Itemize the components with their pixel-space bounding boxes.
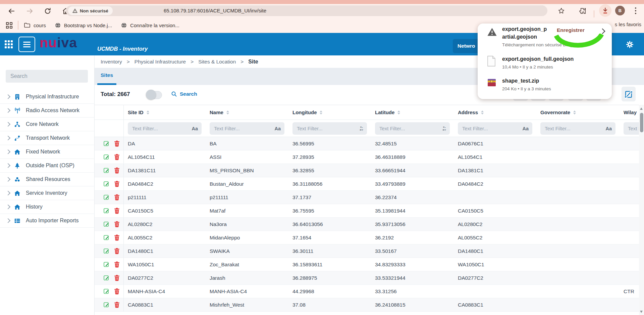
sort-icon[interactable] [226, 110, 229, 115]
table-row[interactable]: p211111p21111137.173736.22374 [95, 191, 639, 204]
breadcrumb-item[interactable]: Physical Infrastructure [135, 59, 186, 65]
sidebar-item-radio-access-network[interactable]: Radio Access Network [0, 104, 95, 118]
bookmark-bootstrap[interactable]: Bootstrap vs Node.j... [55, 22, 112, 29]
breadcrumb-item[interactable]: Inventory [101, 59, 122, 65]
bookmark-cours[interactable]: cours [24, 22, 46, 28]
filter-toggle[interactable] [147, 91, 162, 99]
trash-icon[interactable] [114, 181, 120, 187]
url-bar[interactable]: Non sécurisé 65.108.79.187:6016/ACE_UCMD… [66, 5, 547, 16]
edit-icon[interactable] [103, 140, 110, 147]
edit-icon[interactable] [103, 167, 110, 174]
trash-icon[interactable] [114, 140, 120, 147]
edit-icon[interactable] [103, 208, 110, 214]
trash-icon[interactable] [114, 167, 120, 174]
sidebar-item-outside-plant-osp-[interactable]: Outside Plant (OSP) [0, 159, 95, 173]
filter-input-address[interactable]: Aa [458, 122, 532, 135]
edit-icon[interactable] [103, 248, 110, 254]
browser-menu-icon[interactable] [635, 7, 636, 15]
table-row[interactable]: AL0055C2MidanAleppo37.165436.2192AL0055C… [95, 231, 639, 244]
scrollbar-thumb[interactable] [640, 113, 643, 132]
trash-icon[interactable] [114, 194, 120, 200]
sidebar-item-fixed-network[interactable]: Fixed Network [0, 145, 95, 159]
search-input[interactable] [6, 70, 88, 83]
filter-text-input[interactable] [544, 125, 592, 132]
breadcrumb-item[interactable]: Sites & Location [198, 59, 236, 65]
edit-icon[interactable] [103, 261, 110, 268]
sort-icon[interactable] [397, 110, 400, 115]
edit-icon[interactable] [103, 275, 110, 281]
trash-icon[interactable] [114, 288, 120, 295]
forward-icon[interactable] [26, 7, 34, 15]
apps-grid-icon[interactable] [6, 22, 12, 29]
edit-icon[interactable] [103, 194, 110, 200]
trash-icon[interactable] [114, 208, 120, 214]
sidebar-item-history[interactable]: History [0, 200, 95, 214]
security-chip[interactable]: Non sécurisé [68, 6, 113, 15]
downloads-icon[interactable] [601, 7, 609, 15]
sort-icon[interactable] [147, 110, 149, 115]
sidebar-item-physical-infrastructure[interactable]: Physical Infrastructure [0, 90, 95, 104]
table-row[interactable]: DABA36.5699532.48515DA0676C1 [95, 137, 639, 150]
search-button[interactable]: Search [171, 91, 197, 97]
column-header-longitude[interactable]: Longitude [288, 105, 371, 120]
back-icon[interactable] [7, 7, 15, 15]
profile-avatar[interactable]: B [615, 6, 625, 15]
filter-text-input[interactable] [213, 125, 262, 132]
case-sensitive-icon[interactable]: Aa [192, 126, 198, 131]
sort-icon[interactable] [320, 110, 322, 115]
case-sensitive-icon[interactable]: Aa [274, 126, 281, 131]
sidebar-item-shared-resources[interactable]: Shared Resources [0, 173, 95, 186]
column-header-latitude[interactable]: Latitude [371, 105, 454, 120]
case-sensitive-icon[interactable]: Aa [522, 126, 529, 131]
trash-icon[interactable] [114, 275, 120, 281]
column-header-site-id[interactable]: Site ID [123, 105, 206, 120]
column-header-name[interactable]: Name [206, 105, 288, 120]
bookmark-star-icon[interactable] [557, 7, 566, 15]
download-filename[interactable]: export.geojson_p [502, 26, 547, 32]
table-row[interactable]: DA0484C2Bustan_Aldour36.3118805633.49793… [95, 177, 639, 191]
table-row[interactable]: MANH-ASIA-C4MANH-ASIA-C444.2996833.31256… [95, 285, 639, 298]
trash-icon[interactable] [114, 261, 120, 268]
extensions-icon[interactable] [579, 7, 587, 15]
trash-icon[interactable] [114, 302, 120, 308]
sidebar-item-transport-network[interactable]: Transport Network [0, 131, 95, 145]
all-favorites-label[interactable]: s les favoris [615, 21, 641, 27]
sort-icon[interactable] [573, 110, 576, 115]
edit-icon[interactable] [103, 181, 110, 187]
trash-icon[interactable] [114, 248, 120, 254]
filter-text-input[interactable] [296, 125, 344, 132]
hamburger-menu-button[interactable] [18, 37, 35, 52]
table-row[interactable]: AL0280C2Na3ora36.6401305635.93713056AL02… [95, 218, 639, 231]
download-filename[interactable]: export.geojson_full.geojson [502, 56, 574, 62]
vertical-scrollbar[interactable] [639, 105, 644, 315]
bookmark-connaitre[interactable]: Connaître la version... [121, 22, 179, 29]
trash-icon[interactable] [114, 221, 120, 227]
scroll-up-arrow[interactable] [640, 107, 643, 110]
app-grid-icon[interactable] [5, 40, 13, 48]
case-sensitive-icon[interactable]: Aa [605, 126, 612, 131]
column-header-wilay[interactable]: Wilay [620, 105, 639, 120]
edit-icon[interactable] [103, 302, 110, 308]
filter-text-input[interactable] [131, 125, 180, 132]
filter-input-longitude[interactable]: +-×÷ [292, 122, 367, 135]
filter-input-wilay[interactable]: Aa [624, 122, 639, 135]
edit-icon[interactable] [103, 221, 110, 227]
table-row[interactable]: DA0277C2Jarash36.28897533.53321944DA0277… [95, 271, 639, 285]
table-row[interactable]: DA1480C1SWAIKA36.3011133.50167DA1480C1 [95, 244, 639, 258]
sidebar-item-service-inventory[interactable]: Service Inventory [0, 186, 95, 200]
gear-icon[interactable] [626, 41, 634, 50]
table-row[interactable]: CA0883C1Mishrfeh_West37.0836.24108815CA0… [95, 298, 639, 312]
filter-input-latitude[interactable]: +-×÷ [375, 122, 450, 135]
table-row[interactable]: WA1050C1Zoc_Barakat36.1589361134.8329333… [95, 258, 639, 271]
table-row[interactable]: DA1381C11MS_PRISON_BBN36.3285533.6665194… [95, 164, 639, 177]
numeric-filter-icon[interactable]: +-×÷ [442, 126, 446, 131]
chevron-right-icon[interactable] [600, 29, 605, 34]
table-row[interactable]: CA0150C5Mat7af36.7559535.13981944CA0150C… [95, 204, 639, 218]
table-row[interactable]: AL1054C11ASSI37.2893536.46318889AL1054C1 [95, 150, 639, 164]
column-header-governorate[interactable]: Governorate [536, 105, 620, 120]
trash-icon[interactable] [114, 154, 120, 160]
edit-icon[interactable] [103, 154, 110, 160]
reload-icon[interactable] [44, 7, 52, 15]
filter-text-input[interactable] [379, 125, 427, 132]
trash-icon[interactable] [114, 234, 120, 241]
